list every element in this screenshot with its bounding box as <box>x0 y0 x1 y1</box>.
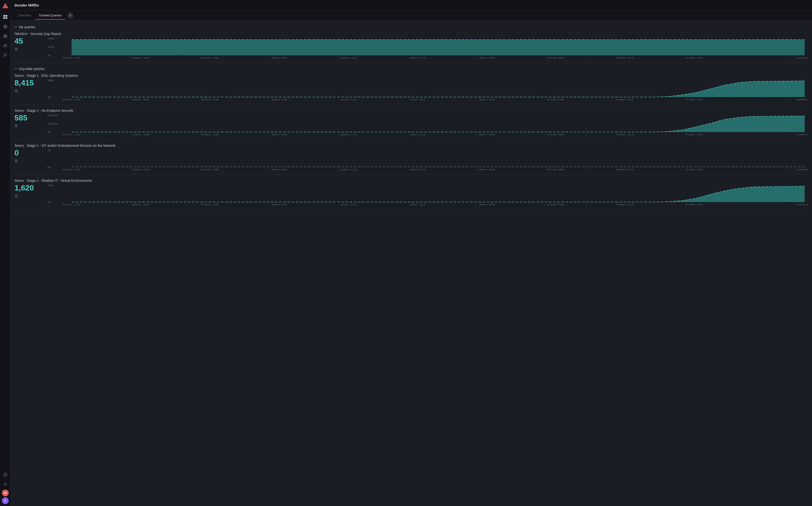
tab-overview[interactable]: Overview <box>14 12 34 19</box>
svg-text:January: January <box>303 59 325 59</box>
svg-text:January: January <box>303 100 325 101</box>
svg-text:February: February <box>579 59 603 59</box>
svg-text:Feb 06: Feb 06 <box>547 98 564 101</box>
delete-button-eol[interactable]: 🗑 <box>14 89 44 93</box>
svg-text:Jan 05: Jan 05 <box>271 57 287 59</box>
svg-point-11 <box>5 36 6 37</box>
svg-text:Dec 12: Dec 12 <box>63 57 80 59</box>
svg-text:Feb 22: Feb 22 <box>685 98 702 101</box>
query-left-eol: 8,415 🗑 <box>14 79 44 93</box>
svg-text:Feb 14: Feb 14 <box>616 134 634 136</box>
svg-text:0: 0 <box>47 166 51 169</box>
svg-text:March: March <box>797 98 808 101</box>
avatar-user[interactable]: JH <box>2 490 9 496</box>
svg-text:0: 0 <box>47 54 51 57</box>
svg-rect-4 <box>3 17 5 19</box>
sidebar-item-help[interactable] <box>1 470 10 479</box>
svg-text:Jan 21: Jan 21 <box>409 57 426 59</box>
svg-text:February: February <box>579 100 603 101</box>
svg-text:Jan 13: Jan 13 <box>340 98 357 101</box>
svg-rect-3 <box>6 15 7 17</box>
avatar-v[interactable]: V <box>2 497 9 504</box>
sidebar-item-grid[interactable] <box>1 13 10 21</box>
sidebar-item-settings[interactable] <box>1 480 10 489</box>
svg-text:Jan 05: Jan 05 <box>271 134 287 136</box>
svg-point-13 <box>6 45 7 46</box>
sidebar-bottom: JH V <box>1 470 10 504</box>
delete-button-iot[interactable]: 🗑 <box>14 159 44 163</box>
svg-marker-23 <box>72 39 805 55</box>
chart-iot: 1 0 Dec 12 Dec 20 Dec 28 Jan 05 Jan 13 J… <box>47 149 808 171</box>
query-body-iot: 0 🗑 1 0 Dec 12 Dec 20 Dec 28 Jan 05 <box>14 149 808 171</box>
chart-winSrvr: 40 20 0 Dec 12 Dec 20 Dec 28 Jan 05 Jan … <box>47 37 808 59</box>
query-left-iot: 0 🗑 <box>14 149 44 163</box>
svg-text:Dec 28: Dec 28 <box>201 98 218 101</box>
org-queries-section-header: ▼ Org-wide queries <box>14 67 808 71</box>
my-queries-chevron[interactable]: ▼ <box>14 25 17 29</box>
svg-text:Feb 14: Feb 14 <box>616 169 634 171</box>
svg-marker-100 <box>72 186 805 202</box>
query-card-iot: Sevco - Stage 1 - IoT and/or Entertainme… <box>14 144 808 175</box>
svg-text:Dec 28: Dec 28 <box>201 57 218 59</box>
svg-text:400: 400 <box>47 114 58 116</box>
query-count-iot: 0 <box>14 149 44 157</box>
query-title-eol: Sevco - Stage 1 - EOL Operating Systems <box>14 74 808 78</box>
svg-text:Dec 12: Dec 12 <box>63 134 80 136</box>
svg-text:Feb 06: Feb 06 <box>547 203 564 206</box>
svg-text:0: 0 <box>47 96 51 98</box>
svg-text:Dec 20: Dec 20 <box>132 98 149 101</box>
org-queries-chevron[interactable]: ▼ <box>14 67 17 71</box>
svg-text:March: March <box>772 205 789 206</box>
chart-shadowit: 1k 0 Dec 12 Dec 20 Dec 28 Jan 05 Jan 13 … <box>47 184 808 206</box>
delete-button-winSrvr[interactable]: 🗑 <box>14 47 44 51</box>
svg-text:Jan 29: Jan 29 <box>478 57 495 59</box>
svg-text:March: March <box>797 57 808 59</box>
query-body-eol: 8,415 🗑 5k 0 Dec 12 Dec 20 <box>14 79 808 101</box>
chart-eol: 5k 0 Dec 12 Dec 20 Dec 28 Jan 05 Jan 13 … <box>47 79 808 101</box>
tab-tracked-queries[interactable]: Tracked Queries <box>35 12 65 19</box>
query-card-eol: Sevco - Stage 1 - EOL Operating Systems … <box>14 74 808 105</box>
svg-text:Dec 20: Dec 20 <box>132 169 149 171</box>
sidebar-item-globe[interactable] <box>1 22 10 31</box>
page-title: Dunder Mifflin <box>14 3 39 7</box>
svg-text:1: 1 <box>47 149 51 152</box>
sidebar-item-target[interactable] <box>1 32 10 40</box>
svg-text:Feb 06: Feb 06 <box>547 169 564 171</box>
svg-marker-42 <box>72 81 805 97</box>
add-tab-button[interactable]: + <box>67 12 73 19</box>
query-body-endpoint: 585 🗑 400 200 0 Dec 12 Dec 20 <box>14 114 808 136</box>
header: Dunder Mifflin <box>11 0 812 11</box>
svg-text:March: March <box>797 203 808 206</box>
query-count-eol: 8,415 <box>14 79 44 87</box>
app-logo[interactable] <box>1 2 9 10</box>
svg-text:Feb 06: Feb 06 <box>547 57 564 59</box>
svg-text:Dec 12: Dec 12 <box>63 203 80 206</box>
query-title-winSrvr: !WinSrvr - Security Gap Report <box>14 32 808 36</box>
svg-text:Dec 28: Dec 28 <box>201 169 218 171</box>
svg-text:Feb 14: Feb 14 <box>616 57 634 59</box>
svg-text:Dec 28: Dec 28 <box>201 134 218 136</box>
query-left-shadowit: 1,620 🗑 <box>14 184 44 198</box>
sidebar-item-flag[interactable] <box>1 51 10 60</box>
query-body-winSrvr: 45 🗑 40 20 0 <box>14 37 808 59</box>
svg-text:Jan 29: Jan 29 <box>478 169 495 171</box>
svg-text:Dec 12: Dec 12 <box>63 169 80 171</box>
delete-button-shadowit[interactable]: 🗑 <box>14 194 44 198</box>
svg-text:Jan 13: Jan 13 <box>340 169 357 171</box>
svg-text:Jan 21: Jan 21 <box>409 203 426 206</box>
query-card-winSrvr: !WinSrvr - Security Gap Report 45 🗑 40 2… <box>14 32 808 63</box>
tabs-bar: Overview Tracked Queries + <box>11 11 812 20</box>
sidebar-item-users[interactable] <box>1 41 10 50</box>
svg-text:Jan 13: Jan 13 <box>340 134 357 136</box>
svg-text:Jan 05: Jan 05 <box>271 203 287 206</box>
svg-text:Feb 22: Feb 22 <box>685 203 702 206</box>
svg-text:Dec 20: Dec 20 <box>132 203 149 206</box>
query-body-shadowit: 1,620 🗑 1k 0 Dec 12 Dec 20 Dec 28 Ja <box>14 184 808 206</box>
svg-text:February: February <box>579 205 603 206</box>
svg-text:Jan 13: Jan 13 <box>340 203 357 206</box>
svg-text:0: 0 <box>47 131 51 134</box>
svg-text:5k: 5k <box>47 79 54 82</box>
delete-button-endpoint[interactable]: 🗑 <box>14 123 44 128</box>
svg-text:March: March <box>772 170 789 171</box>
org-queries-label: Org-wide queries <box>19 67 45 71</box>
